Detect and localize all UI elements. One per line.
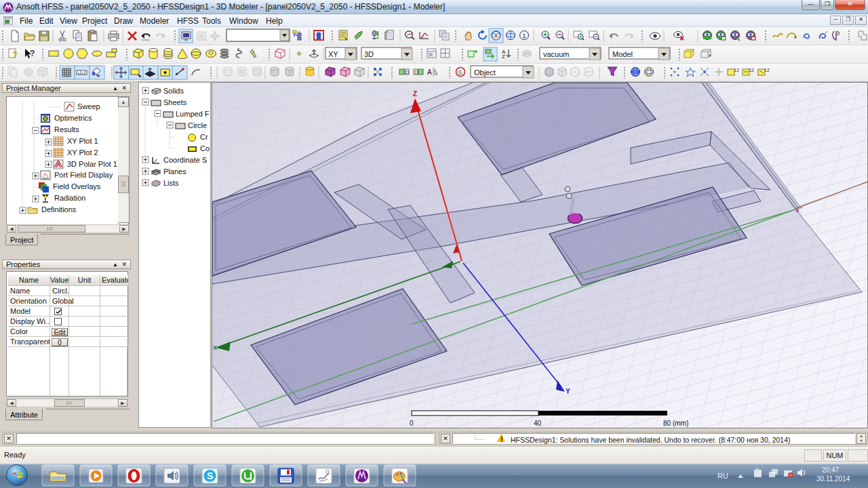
svg-text:Lists: Lists bbox=[163, 179, 179, 187]
svg-text:D: D bbox=[406, 69, 410, 75]
svg-text:vacuum: vacuum bbox=[543, 50, 570, 58]
svg-text:80 (mm): 80 (mm) bbox=[663, 420, 688, 427]
svg-text:S: S bbox=[458, 69, 462, 76]
svg-text:Planes: Planes bbox=[163, 167, 186, 176]
svg-text:?: ? bbox=[12, 50, 17, 60]
svg-text:Lumped F: Lumped F bbox=[176, 110, 210, 118]
svg-text:Sheets: Sheets bbox=[163, 98, 187, 106]
svg-text:Port Field Display: Port Field Display bbox=[54, 171, 113, 179]
svg-text:3D: 3D bbox=[364, 50, 374, 58]
svg-text:Results: Results bbox=[54, 125, 79, 134]
svg-text:S: S bbox=[207, 470, 213, 481]
svg-text:Model: Model bbox=[612, 50, 633, 58]
svg-text:Object: Object bbox=[474, 68, 496, 77]
svg-text:?: ? bbox=[30, 49, 35, 58]
svg-text:20:47: 20:47 bbox=[822, 466, 839, 474]
svg-text:RU: RU bbox=[717, 472, 728, 480]
svg-text:Sweep: Sweep bbox=[77, 102, 100, 110]
svg-text:Definitions: Definitions bbox=[41, 205, 77, 214]
svg-text:Cr: Cr bbox=[200, 133, 208, 141]
svg-text:Radiation: Radiation bbox=[54, 194, 85, 202]
svg-text:12: 12 bbox=[749, 68, 754, 73]
svg-text:Solids: Solids bbox=[163, 87, 184, 95]
svg-text:Y: Y bbox=[566, 388, 570, 395]
svg-text:XY Plot 2: XY Plot 2 bbox=[67, 148, 98, 157]
svg-text:0: 0 bbox=[410, 420, 414, 427]
svg-text:Co: Co bbox=[200, 144, 210, 152]
svg-text:X: X bbox=[213, 344, 217, 351]
svg-text:Z: Z bbox=[413, 90, 417, 98]
svg-text:12: 12 bbox=[764, 68, 770, 73]
svg-text:40: 40 bbox=[534, 420, 542, 427]
svg-text:Optimetrics: Optimetrics bbox=[54, 114, 92, 122]
svg-text:30.11.2014: 30.11.2014 bbox=[816, 475, 850, 483]
svg-text:3D Polar Plot 1: 3D Polar Plot 1 bbox=[67, 160, 117, 168]
svg-text:12: 12 bbox=[734, 68, 739, 73]
svg-text:XY: XY bbox=[328, 50, 338, 58]
svg-text:A: A bbox=[427, 68, 432, 76]
svg-text:1: 1 bbox=[523, 33, 526, 39]
svg-text:Field Overlays: Field Overlays bbox=[53, 182, 101, 190]
svg-text:D: D bbox=[414, 69, 418, 75]
svg-text:Circle: Circle bbox=[188, 121, 207, 129]
svg-text:Z: Z bbox=[502, 54, 505, 60]
svg-text:Coordinate S: Coordinate S bbox=[163, 156, 207, 164]
svg-text:XY Plot 1: XY Plot 1 bbox=[67, 137, 98, 145]
